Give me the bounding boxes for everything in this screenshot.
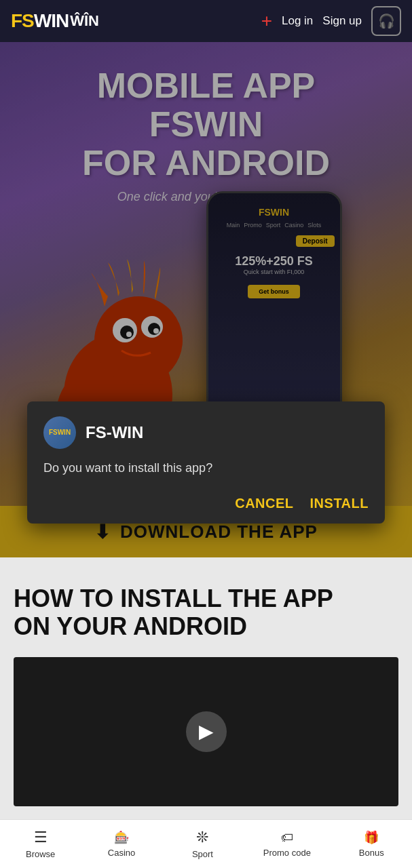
dialog-app-icon: FSWIN	[43, 416, 76, 449]
bottom-nav: ☰ Browse 🎰 Casino ❊ Sport 🏷 Promo code 🎁…	[0, 819, 412, 868]
cancel-button[interactable]: CANCEL	[235, 496, 293, 511]
plus-icon[interactable]: +	[261, 10, 272, 32]
install-dialog: FSWIN FS-WIN Do you want to install this…	[27, 401, 385, 524]
bonus-icon: 🎁	[364, 830, 379, 845]
how-to-section: HOW TO INSTALL THE APP ON YOUR ANDROID ▶	[0, 557, 412, 820]
install-button[interactable]: INSTALL	[310, 496, 369, 511]
dialog-buttons: CANCEL INSTALL	[43, 496, 369, 511]
casino-label: Casino	[108, 848, 135, 858]
nav-item-bonus[interactable]: 🎁 Bonus	[351, 830, 392, 858]
sport-label: Sport	[192, 849, 213, 859]
dialog-question: Do you want to install this app?	[43, 460, 369, 477]
sport-icon: ❊	[196, 829, 208, 846]
header: FS WIN ŴÎN + Log in Sign up 🎧	[0, 0, 412, 42]
logo-tagline: ŴÎN	[70, 12, 99, 30]
logo[interactable]: FS WIN ŴÎN	[11, 10, 99, 32]
headset-icon: 🎧	[378, 13, 395, 29]
header-right: + Log in Sign up 🎧	[261, 6, 401, 36]
nav-item-sport[interactable]: ❊ Sport	[182, 829, 223, 859]
video-placeholder[interactable]: ▶	[14, 657, 398, 806]
nav-item-casino[interactable]: 🎰 Casino	[101, 830, 142, 858]
play-icon[interactable]: ▶	[186, 711, 227, 752]
dialog-app-name: FS-WIN	[86, 423, 143, 442]
signup-button[interactable]: Sign up	[322, 14, 362, 28]
promo-icon: 🏷	[281, 831, 293, 845]
logo-win: WIN	[34, 10, 69, 32]
bonus-label: Bonus	[359, 848, 384, 858]
logo-fs: FS	[11, 10, 34, 32]
login-button[interactable]: Log in	[282, 14, 313, 28]
promo-label: Promo code	[263, 848, 311, 858]
hero-section: MOBILE APP FSWIN FOR ANDROID One click a…	[0, 42, 412, 557]
support-button[interactable]: 🎧	[371, 6, 401, 36]
casino-icon: 🎰	[114, 830, 129, 845]
browse-icon: ☰	[34, 829, 48, 846]
dialog-header: FSWIN FS-WIN	[43, 416, 369, 449]
browse-label: Browse	[26, 849, 55, 859]
how-to-title: HOW TO INSTALL THE APP ON YOUR ANDROID	[14, 585, 398, 641]
nav-item-browse[interactable]: ☰ Browse	[20, 829, 61, 859]
nav-item-promo[interactable]: 🏷 Promo code	[263, 831, 311, 858]
